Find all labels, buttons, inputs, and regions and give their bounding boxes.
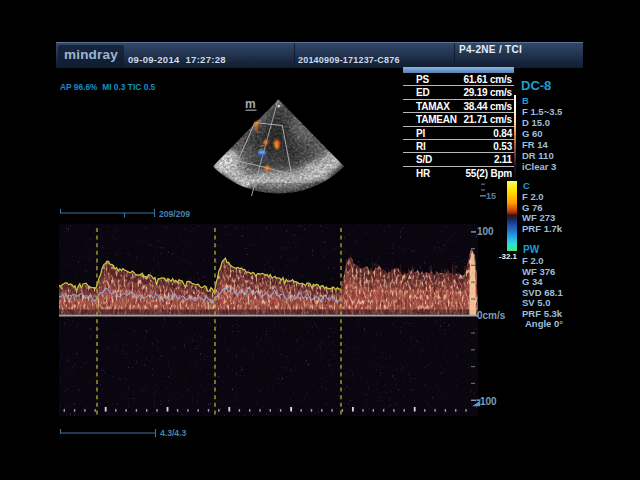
- svg-text:m: m: [245, 97, 256, 111]
- svg-text:209/209: 209/209: [159, 209, 190, 219]
- svg-text:4.3/4.3: 4.3/4.3: [160, 428, 187, 438]
